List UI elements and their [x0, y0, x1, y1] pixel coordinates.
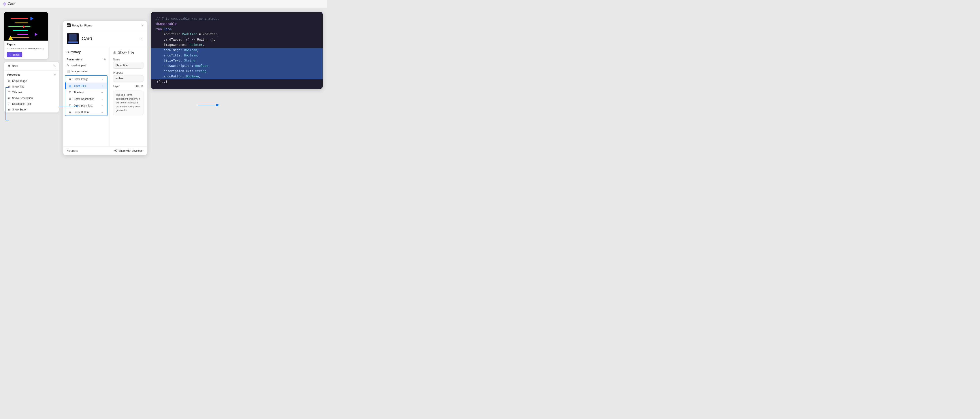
relay-logo: </> [67, 23, 71, 27]
arrow-show-title: → [100, 84, 103, 87]
name-label: Name [113, 58, 143, 61]
code-line-modifier: modifier: Modifier = Modifier, [156, 32, 317, 37]
relay-summary-title: Summary [63, 47, 109, 56]
param-description-text[interactable]: T Description Text → [65, 102, 107, 109]
eye-icon-title: ◉ [113, 50, 116, 54]
properties-list: ◉ Show Image ◉ Show Title T Title text ◉… [4, 78, 59, 113]
code-content: // This composable was generated.. @Comp… [151, 12, 323, 89]
relay-card-name: Card [82, 36, 92, 41]
param-show-image[interactable]: ◉ Show Image → [65, 76, 107, 83]
relay-right-col: ◉ Show Title Name // Will be set by data… [110, 47, 147, 146]
code-line-showbutton: showButton: Boolean, [151, 74, 323, 79]
prop-title-text[interactable]: T Title text [4, 89, 59, 95]
code-line-imagecontent: imageContent: Painter, [156, 43, 317, 48]
layer-value: Title [134, 85, 139, 88]
svg-line-10 [115, 151, 116, 152]
relay-close-button[interactable]: × [142, 23, 143, 27]
relay-card-left: Card [67, 33, 92, 44]
relay-header: </> Relay for Figma × [63, 21, 147, 30]
eye-icon-show-desc: ◉ [69, 97, 72, 100]
arrow-show-desc: → [100, 97, 103, 101]
properties-section: Properties + [4, 71, 59, 78]
text-icon-desc: T [69, 104, 72, 107]
relay-footer: No errors Share with developer [63, 146, 147, 155]
app-title: Card [8, 2, 16, 6]
figma-card-button[interactable]: ♡ Button [6, 52, 22, 57]
name-input[interactable] [113, 62, 143, 68]
add-property-button[interactable]: + [54, 73, 56, 77]
svg-point-6 [116, 150, 117, 151]
code-line-titletext: titleText: String, [151, 58, 323, 63]
relay-thumbnail [67, 33, 79, 44]
svg-point-7 [115, 151, 115, 151]
target-icon[interactable]: ⊕ [141, 84, 143, 88]
panel-title: Card [12, 64, 18, 68]
text-icon-title: T [69, 91, 72, 94]
figma-card-info: Figma A collaborative tool to design and… [4, 41, 48, 59]
relay-right-title: ◉ Show Title [113, 50, 143, 54]
code-line-showdesc: showDescription: Boolean, [151, 63, 323, 69]
param-image-content[interactable]: ⬜ image-content [63, 68, 109, 75]
relay-card-header: Card ⋯ [63, 30, 147, 47]
share-button[interactable]: Share with developer [114, 149, 143, 152]
relay-title: Relay for Figma [72, 24, 92, 27]
prop-show-image[interactable]: ◉ Show Image [4, 78, 59, 84]
relay-header-left: </> Relay for Figma [67, 23, 92, 27]
share-label: Share with developer [119, 149, 143, 152]
figma-card-desc: A collaborative tool to design and p [6, 47, 46, 50]
arrow-show-image: → [100, 78, 103, 81]
relay-to-code-arrow [197, 103, 224, 111]
code-line-showimage: showImage: Boolean, [151, 48, 323, 53]
code-line-cardtapped: cardTapped: () -> Unit = {}, [156, 37, 317, 43]
param-title-text[interactable]: T Title text → [65, 89, 107, 96]
prop-show-title[interactable]: ◉ Show Title [4, 84, 59, 89]
param-show-description[interactable]: ◉ Show Description → [65, 96, 107, 102]
relay-more-button[interactable]: ⋯ [140, 36, 143, 41]
blue-bracket [6, 87, 9, 121]
code-panel: // This composable was generated.. @Comp… [151, 12, 323, 89]
relay-name-field: Name // Will be set by data-bind post-lo… [113, 58, 143, 68]
tap-icon: ⊙ [67, 64, 70, 67]
prop-description-text[interactable]: T Description Text [4, 101, 59, 107]
property-label: Property [113, 71, 143, 74]
property-value: visible [113, 75, 143, 82]
relay-columns: Summary Parameters + ⊙ card-tapped ⬜ ima… [63, 47, 147, 146]
code-line-closing: ){...} [156, 79, 317, 85]
sort-icon[interactable]: ⇅ [53, 64, 56, 68]
svg-point-8 [116, 151, 117, 152]
svg-point-2 [8, 65, 9, 66]
code-line-decorator: @Composable [156, 22, 317, 27]
relay-right-content: ◉ Show Title Name // Will be set by data… [110, 47, 147, 118]
arrow-desc-text: → [100, 104, 103, 107]
svg-point-4 [8, 67, 9, 67]
code-line-fun: fun Card( [156, 27, 317, 32]
param-show-button[interactable]: ◉ Show Button → [65, 109, 107, 116]
prop-show-description[interactable]: ◉ Show Description [4, 95, 59, 101]
share-icon [114, 149, 117, 152]
code-line-showtitle: showTitle: Boolean, [151, 53, 323, 59]
param-card-tapped[interactable]: ⊙ card-tapped [63, 62, 109, 68]
button-label: Button [13, 53, 20, 56]
eye-icon-show-btn: ◉ [69, 111, 72, 114]
image-icon: ⬜ [67, 70, 70, 73]
arrow-title-text: → [100, 90, 103, 94]
layer-right: Title ⊕ [134, 84, 143, 88]
add-param-button[interactable]: + [104, 57, 106, 61]
code-line-desctext: descriptionText: String, [151, 69, 323, 74]
top-bar: Card [0, 0, 327, 8]
layer-label: Layer [113, 85, 119, 88]
relay-property-field: Property visible [113, 71, 143, 82]
relay-parameters-header: Parameters + [63, 56, 109, 62]
heart-icon: ♡ [9, 53, 11, 56]
eye-icon-show-title: ◉ [69, 84, 72, 87]
diamond-icon [3, 2, 6, 6]
figma-card-name: Figma [6, 43, 46, 46]
eye-icon-show-image: ◉ [69, 78, 72, 81]
prop-show-button[interactable]: ◉ Show Button [4, 107, 59, 113]
figma-preview-image [4, 12, 48, 41]
arrow-show-btn: → [100, 111, 103, 114]
eye-icon-1: ◉ [7, 79, 10, 83]
relay-left-col: Summary Parameters + ⊙ card-tapped ⬜ ima… [63, 47, 110, 146]
relay-layer-row: Layer Title ⊕ [113, 84, 143, 88]
param-show-title[interactable]: ◉ Show Title → [65, 83, 107, 89]
